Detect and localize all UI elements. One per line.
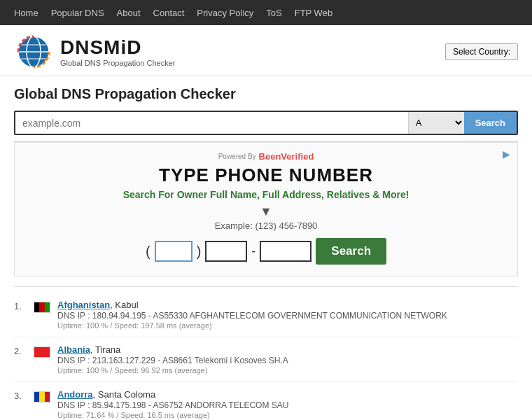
result-number: 1. xyxy=(14,300,34,312)
phone-form: ( ) - Search xyxy=(29,238,503,265)
logo-subtitle: Global DNS Propagation Checker xyxy=(60,59,175,67)
result-uptime: Uptime: 100 % / Speed: 96.92 ms (average… xyxy=(57,366,518,374)
nav-about[interactable]: About xyxy=(117,8,141,18)
result-uptime: Uptime: 71.64 % / Speed: 16.5 ms (averag… xyxy=(57,411,518,419)
phone-last-input[interactable] xyxy=(260,241,312,262)
nav-popular-dns[interactable]: Popular DNS xyxy=(51,8,104,18)
results-list: 1. Afghanistan, Kabul DNS IP : 180.94.94… xyxy=(14,293,518,420)
ad-title: TYPE PHONE NUMBER xyxy=(29,164,503,186)
country-flag xyxy=(34,346,50,358)
dns-type-select[interactable]: A AAAA MX NS CNAME TXT SOA PTR SRV xyxy=(408,112,464,134)
phone-search-button[interactable]: Search xyxy=(316,238,386,265)
nav-privacy[interactable]: Privacy Policy xyxy=(197,8,253,18)
result-number: 3. xyxy=(14,389,34,401)
result-info: Andorra, Santa Coloma DNS IP : 85.94.175… xyxy=(57,389,518,419)
navbar: Home Popular DNS About Contact Privacy P… xyxy=(0,0,532,25)
result-uptime: Uptime: 100 % / Speed: 197.58 ms (averag… xyxy=(57,321,518,330)
phone-area-input[interactable] xyxy=(155,241,192,262)
ad-example-label: Example: (123) 456-7890 xyxy=(29,220,503,231)
ad-beenverified-label: BeenVerified xyxy=(259,151,314,162)
logo-icon xyxy=(14,32,53,71)
result-city: , Santa Coloma xyxy=(93,389,156,400)
result-city: , Tirana xyxy=(90,344,120,355)
table-row: 2. Albania, Tirana DNS IP : 213.163.127.… xyxy=(14,337,518,382)
phone-close-paren: ) xyxy=(197,244,202,260)
nav-contact[interactable]: Contact xyxy=(153,8,185,18)
phone-dash: - xyxy=(251,244,255,259)
country-link[interactable]: Andorra xyxy=(57,389,93,400)
ad-corner-icon: ▶ xyxy=(503,148,510,160)
nav-tos[interactable]: ToS xyxy=(266,8,281,18)
ad-arrow-icon: ▼ xyxy=(29,204,503,219)
result-number: 2. xyxy=(14,344,34,356)
table-row: 1. Afghanistan, Kabul DNS IP : 180.94.94… xyxy=(14,293,518,337)
select-country-button[interactable]: Select Country: xyxy=(445,43,518,60)
result-city: , Kabul xyxy=(110,300,138,310)
nav-ftp-web[interactable]: FTP Web xyxy=(295,8,332,18)
dns-domain-input[interactable] xyxy=(15,112,408,134)
ad-powered-by: Powered By BeenVerified xyxy=(29,151,503,162)
ad-subtitle: Search For Owner Full Name, Full Address… xyxy=(29,189,503,200)
table-row: 3. Andorra, Santa Coloma DNS IP : 85.94.… xyxy=(14,382,518,420)
dns-search-button[interactable]: Search xyxy=(464,112,517,134)
page-title: Global DNS Propagation Checker xyxy=(14,86,518,102)
logo-text: DNSMiD Global DNS Propagation Checker xyxy=(60,36,175,67)
result-info: Afghanistan, Kabul DNS IP : 180.94.94.19… xyxy=(57,300,518,330)
country-link[interactable]: Afghanistan xyxy=(57,300,110,310)
result-dns-ip: DNS IP : 213.163.127.229 - AS8661 Teleko… xyxy=(57,356,518,365)
result-info: Albania, Tirana DNS IP : 213.163.127.229… xyxy=(57,344,518,374)
main-content: Global DNS Propagation Checker A AAAA MX… xyxy=(0,76,532,420)
results-divider xyxy=(14,286,518,287)
country-link[interactable]: Albania xyxy=(57,344,90,355)
dns-form: A AAAA MX NS CNAME TXT SOA PTR SRV Searc… xyxy=(14,111,518,135)
phone-open-paren: ( xyxy=(146,244,150,260)
header: DNSMiD Global DNS Propagation Checker Se… xyxy=(0,25,532,76)
ad-container: ▶ Powered By BeenVerified TYPE PHONE NUM… xyxy=(14,141,518,276)
country-flag xyxy=(34,302,50,313)
country-flag xyxy=(34,391,50,402)
nav-home[interactable]: Home xyxy=(14,8,38,18)
result-dns-ip: DNS IP : 85.94.175.198 - AS6752 ANDORRA … xyxy=(57,400,518,410)
result-dns-ip: DNS IP : 180.94.94.195 - AS55330 AFGHANT… xyxy=(57,311,518,321)
logo-name: DNSMiD xyxy=(60,36,175,59)
phone-mid-input[interactable] xyxy=(205,241,247,262)
